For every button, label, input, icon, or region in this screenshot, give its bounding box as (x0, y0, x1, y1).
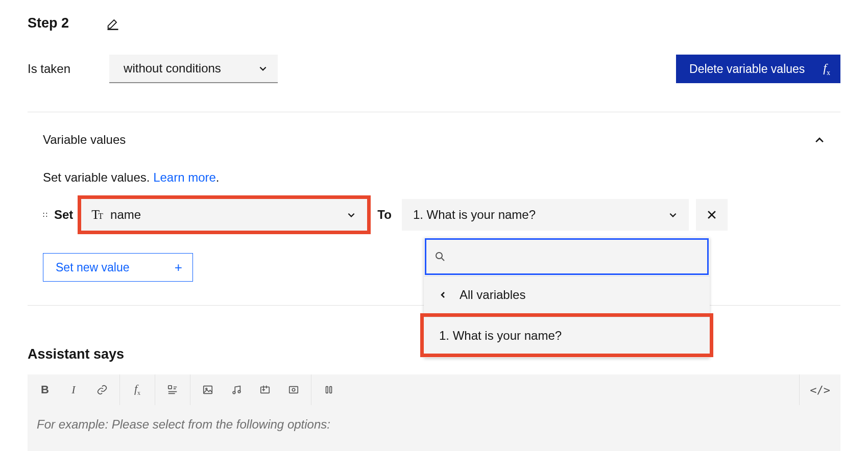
pencil-icon (106, 16, 120, 31)
set-new-label: Set new value (56, 261, 129, 274)
delete-button-label: Delete variable values (689, 62, 805, 76)
pause-icon (323, 384, 334, 395)
flyout-back-all-variables[interactable]: All variables (424, 276, 710, 313)
chevron-down-icon (258, 64, 268, 73)
is-taken-label: Is taken (28, 62, 70, 76)
link-icon (97, 384, 108, 395)
drag-handle-icon[interactable]: ∷ (43, 211, 48, 219)
svg-point-8 (233, 391, 235, 394)
response-type-icon (167, 384, 178, 395)
set-new-value-button[interactable]: Set new value + (43, 253, 193, 282)
rte-fx-button[interactable]: fx (123, 374, 152, 405)
svg-rect-15 (290, 387, 298, 393)
rte-code-toggle[interactable]: </> (800, 384, 840, 396)
step-title: Step 2 (28, 15, 69, 31)
rte-pause-button[interactable] (315, 374, 343, 405)
rte-bold-button[interactable]: B (31, 374, 59, 405)
variable-values-title: Variable values (43, 133, 126, 147)
flyout-search-input[interactable] (452, 249, 698, 264)
remove-row-button[interactable] (696, 199, 728, 231)
chevron-left-icon (439, 291, 447, 299)
variable-values-subtitle: Set variable values. Learn more. (43, 170, 840, 185)
svg-rect-17 (326, 387, 328, 393)
svg-point-9 (238, 390, 240, 393)
rte-body[interactable]: For example: Please select from the foll… (28, 405, 840, 451)
rte-response-type-button[interactable] (158, 374, 187, 405)
iframe-icon (288, 384, 299, 395)
value-selected: 1. What is your name? (413, 208, 536, 222)
rte-italic-button[interactable]: I (59, 374, 88, 405)
conditions-dropdown[interactable]: without conditions (109, 55, 278, 83)
svg-line-4 (442, 258, 444, 261)
rte-iframe-button[interactable] (279, 374, 308, 405)
svg-point-16 (292, 388, 295, 391)
conditions-selected: without conditions (124, 61, 221, 76)
chevron-down-icon (668, 210, 678, 219)
search-icon (435, 252, 445, 262)
chevron-down-icon (347, 210, 356, 219)
value-dropdown-flyout: All variables 1. What is your name? (424, 237, 710, 358)
video-icon (259, 384, 271, 395)
variable-dropdown[interactable]: TT name (81, 199, 367, 231)
close-icon (706, 209, 717, 220)
image-icon (202, 384, 213, 395)
chevron-up-icon[interactable] (814, 134, 825, 145)
learn-more-link[interactable]: Learn more (153, 170, 216, 184)
rte-image-button[interactable] (194, 374, 222, 405)
flyout-search[interactable] (425, 238, 709, 275)
rte-link-button[interactable] (88, 374, 116, 405)
fx-icon: fx (134, 382, 140, 397)
svg-point-3 (436, 253, 442, 259)
rte-toolbar: B I fx (28, 374, 840, 405)
flyout-option-1[interactable]: 1. What is your name? (424, 317, 710, 354)
fx-icon: fx (823, 61, 830, 77)
value-dropdown[interactable]: 1. What is your name? (402, 199, 689, 231)
rte-audio-button[interactable] (222, 374, 251, 405)
svg-rect-18 (330, 387, 332, 393)
music-icon (231, 384, 242, 395)
flyout-option-label: 1. What is your name? (439, 329, 562, 343)
plus-icon: + (175, 261, 182, 274)
delete-variable-values-button[interactable]: Delete variable values fx (676, 55, 840, 83)
all-variables-label: All variables (460, 288, 525, 302)
svg-rect-5 (168, 386, 172, 389)
rte-video-button[interactable] (251, 374, 279, 405)
svg-rect-6 (204, 386, 212, 394)
text-type-icon: TT (91, 207, 103, 222)
set-label: Set (54, 208, 73, 222)
to-label: To (377, 208, 392, 222)
edit-step-button[interactable] (106, 16, 120, 31)
variable-selected: name (110, 208, 347, 222)
